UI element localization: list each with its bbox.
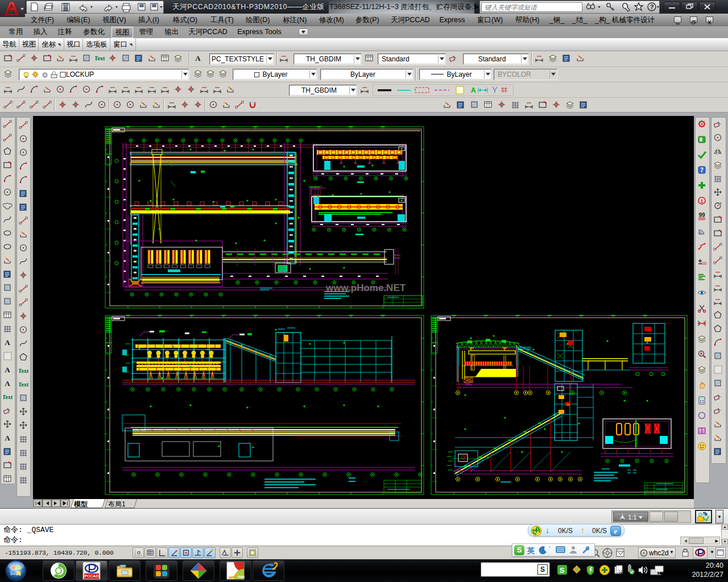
svg-text:Text: Text — [95, 55, 105, 61]
svg-text:A: A — [195, 54, 201, 63]
svg-text:1: 1 — [700, 198, 703, 204]
svg-text:?: ? — [650, 3, 654, 10]
svg-text:S: S — [560, 566, 565, 575]
svg-text:99: 99 — [698, 212, 705, 218]
svg-text:PCCAD: PCCAD — [85, 574, 99, 578]
svg-text:Text: Text — [3, 394, 13, 400]
svg-text:Text: Text — [19, 368, 28, 374]
svg-text:A: A — [5, 379, 10, 388]
svg-text:Text: Text — [19, 381, 28, 388]
svg-text:DWG: DWG — [238, 575, 245, 579]
svg-text:A: A — [5, 434, 10, 442]
svg-text:A: A — [5, 338, 10, 347]
svg-text:7: 7 — [700, 167, 704, 173]
svg-text:A: A — [5, 365, 10, 374]
svg-text:A: A — [471, 86, 476, 94]
svg-text:00: 00 — [702, 261, 707, 266]
